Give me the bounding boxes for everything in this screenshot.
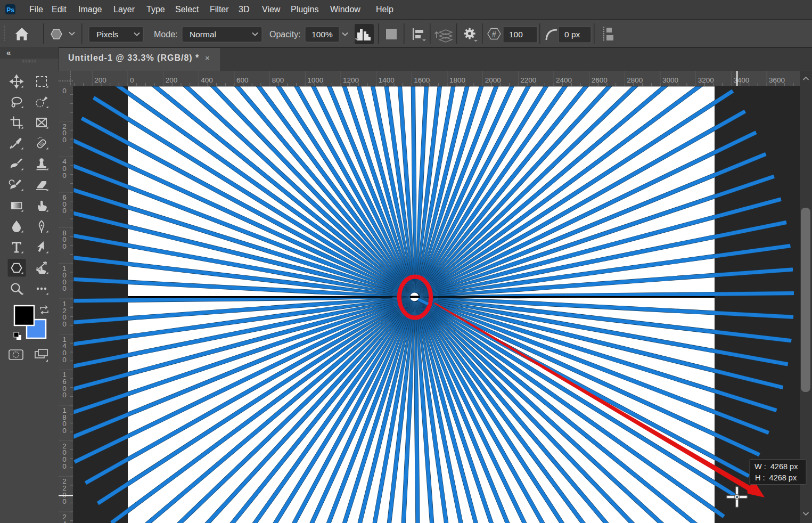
svg-text:800: 800 (272, 76, 284, 84)
svg-text:0: 0 (62, 356, 67, 364)
svg-text:2000: 2000 (485, 76, 501, 84)
svg-text:0 px: 0 px (564, 30, 580, 39)
svg-text:Normal: Normal (190, 30, 216, 39)
svg-text:3000: 3000 (662, 76, 678, 84)
svg-text:Mode:: Mode: (154, 30, 177, 39)
svg-text:1000: 1000 (307, 76, 323, 84)
svg-text:2400: 2400 (556, 76, 572, 84)
svg-text:400: 400 (201, 76, 213, 84)
svg-text:Ps: Ps (6, 6, 14, 14)
svg-text:3200: 3200 (698, 76, 714, 84)
svg-text:0: 0 (62, 284, 67, 292)
svg-text:0: 0 (62, 136, 67, 144)
svg-text:1600: 1600 (414, 76, 430, 84)
svg-text:0: 0 (62, 462, 67, 470)
svg-text:4: 4 (62, 520, 67, 523)
svg-text:100: 100 (509, 30, 523, 39)
svg-text:0: 0 (62, 171, 67, 179)
svg-text:3600: 3600 (769, 76, 785, 84)
svg-text:600: 600 (236, 76, 249, 84)
svg-text:W : 4268 px: W : 4268 px (754, 462, 798, 471)
svg-text:H : 4268 px: H : 4268 px (755, 473, 797, 482)
svg-text:2200: 2200 (520, 76, 536, 84)
svg-text:#: # (492, 30, 496, 38)
svg-text:0: 0 (62, 87, 67, 95)
svg-text:Pixels: Pixels (96, 30, 119, 39)
svg-text:100%: 100% (311, 30, 333, 39)
svg-text:0: 0 (62, 497, 67, 505)
svg-text:2600: 2600 (592, 76, 608, 84)
svg-text:Opacity:: Opacity: (269, 30, 301, 39)
svg-text:1800: 1800 (449, 76, 465, 84)
svg-text:3400: 3400 (733, 76, 749, 84)
svg-text:200: 200 (94, 76, 106, 84)
svg-text:2800: 2800 (627, 76, 643, 84)
svg-text:0: 0 (62, 320, 67, 328)
svg-text:0: 0 (130, 76, 134, 84)
svg-text:1200: 1200 (343, 76, 359, 84)
svg-text:1400: 1400 (379, 76, 395, 84)
svg-text:200: 200 (166, 76, 178, 84)
svg-text:0: 0 (62, 391, 67, 399)
svg-text:0: 0 (62, 427, 67, 435)
svg-text:0: 0 (62, 242, 67, 250)
svg-text:0: 0 (62, 207, 67, 215)
